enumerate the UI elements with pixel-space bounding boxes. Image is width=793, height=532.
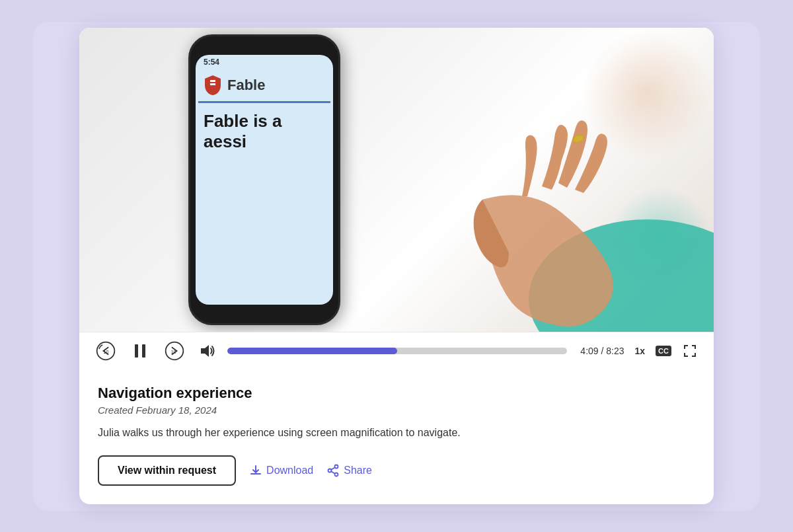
video-controls-bar: 10 10 bbox=[79, 332, 714, 369]
content-area: Navigation experience Created February 1… bbox=[79, 369, 714, 504]
video-area: 5:54 Fable Fable is a aessi bbox=[79, 28, 714, 332]
download-button[interactable]: Download bbox=[249, 464, 313, 477]
forward-icon: 10 bbox=[164, 340, 185, 361]
svg-rect-5 bbox=[142, 344, 145, 358]
fable-shield-icon bbox=[204, 75, 222, 96]
download-label: Download bbox=[266, 465, 313, 476]
svg-text:10: 10 bbox=[171, 349, 176, 354]
view-within-request-button[interactable]: View within request bbox=[98, 455, 236, 486]
video-date: Created February 18, 2024 bbox=[98, 404, 695, 416]
share-button[interactable]: Share bbox=[326, 464, 372, 477]
fullscreen-icon bbox=[682, 343, 698, 359]
time-display: 4:09 / 8:23 bbox=[580, 346, 624, 356]
fable-logo-area: Fable bbox=[196, 69, 333, 101]
rewind-button[interactable]: 10 bbox=[93, 338, 119, 364]
progress-bar[interactable] bbox=[227, 348, 567, 354]
share-icon bbox=[326, 464, 340, 477]
bg-blur-top-right bbox=[582, 28, 714, 160]
phone-content: Fable is a aessi bbox=[196, 103, 333, 160]
volume-icon bbox=[198, 342, 217, 360]
svg-marker-8 bbox=[201, 345, 209, 357]
download-icon bbox=[249, 464, 262, 477]
media-card: 5:54 Fable Fable is a aessi bbox=[79, 28, 714, 504]
video-description: Julia walks us through her experience us… bbox=[98, 425, 695, 441]
video-title: Navigation experience bbox=[98, 385, 695, 402]
volume-button[interactable] bbox=[196, 339, 219, 363]
svg-rect-4 bbox=[135, 344, 138, 358]
speed-badge[interactable]: 1x bbox=[635, 346, 646, 356]
video-placeholder: 5:54 Fable Fable is a aessi bbox=[79, 28, 714, 332]
cc-button[interactable]: CC bbox=[656, 346, 671, 356]
phone-screen: 5:54 Fable Fable is a aessi bbox=[196, 55, 333, 305]
phone-status-bar: 5:54 bbox=[196, 55, 333, 69]
fullscreen-button[interactable] bbox=[679, 340, 700, 361]
outer-background: 5:54 Fable Fable is a aessi bbox=[33, 22, 760, 511]
pause-icon bbox=[130, 340, 151, 361]
pause-button[interactable] bbox=[127, 338, 153, 364]
fable-brand-text: Fable bbox=[227, 77, 265, 94]
bg-blur-bottom-right bbox=[608, 186, 714, 292]
progress-bar-fill bbox=[227, 348, 397, 354]
forward-button[interactable]: 10 bbox=[161, 338, 188, 364]
rewind-icon: 10 bbox=[95, 340, 116, 361]
share-label: Share bbox=[344, 465, 372, 476]
action-buttons: View within request Download bbox=[98, 455, 695, 486]
svg-text:10: 10 bbox=[103, 349, 108, 354]
